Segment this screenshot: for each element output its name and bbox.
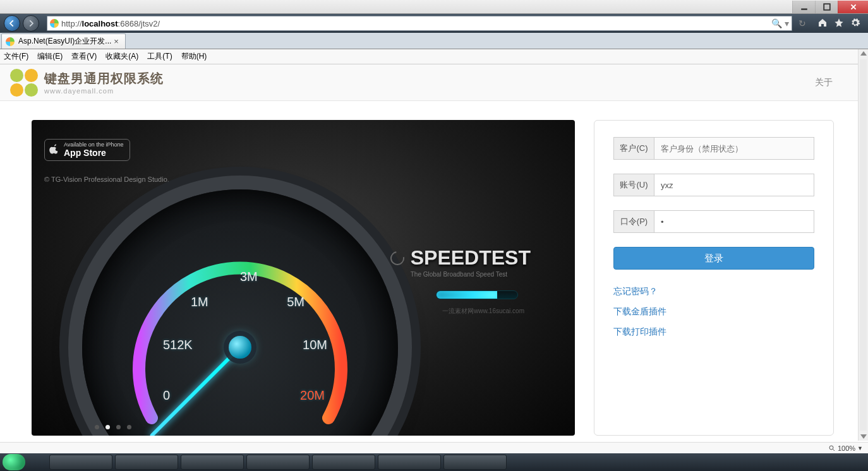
taskbar-item[interactable]: [312, 455, 375, 470]
address-bar[interactable]: http://localhost:6868/jtsv2/ 🔍 ▾: [47, 16, 792, 31]
browser-navbar: http://localhost:6868/jtsv2/ 🔍 ▾ ↻: [0, 14, 868, 33]
zoom-value: 100%: [838, 444, 855, 452]
taskbar-item[interactable]: [115, 455, 178, 470]
url-text: http://localhost:6868/jtsv2/: [61, 19, 160, 28]
about-link[interactable]: 关于: [815, 77, 858, 88]
taskbar-item[interactable]: [181, 455, 244, 470]
favorites-icon[interactable]: [834, 18, 844, 30]
zoom-icon: [828, 444, 836, 452]
password-label: 口令(P): [613, 210, 654, 233]
browser-menubar: 文件(F) 编辑(E) 查看(V) 收藏夹(A) 工具(T) 帮助(H): [0, 49, 868, 64]
back-button[interactable]: [4, 15, 20, 32]
speedtest-subtitle: The Global Broadband Speed Test: [411, 271, 531, 278]
status-bar: 100% ▼: [0, 442, 868, 453]
gauge-tick-0: 0: [163, 388, 170, 403]
menu-view[interactable]: 查看(V): [71, 51, 97, 62]
appstore-badge[interactable]: Available on the iPhone App Store: [44, 139, 130, 161]
site-logo-icon: [10, 69, 38, 97]
forgot-password-link[interactable]: 忘记密码？: [613, 286, 814, 297]
window-minimize-button[interactable]: [792, 1, 815, 13]
site-subtitle: www.dayemall.com: [44, 87, 164, 95]
gauge-tick-20m: 20M: [300, 388, 325, 403]
menu-edit[interactable]: 编辑(E): [37, 51, 63, 62]
tab-title: Asp.Net(EasyUI)企业开发...: [18, 36, 111, 47]
speed-gauge: 0 512K 1M 3M 5M 10M 20M: [82, 189, 398, 436]
settings-icon[interactable]: [850, 18, 860, 30]
page-header: 键盘男通用权限系统 www.dayemall.com 关于: [0, 64, 868, 101]
window-close-button[interactable]: [838, 1, 868, 13]
gauge-tick-1m: 1M: [191, 295, 208, 309]
password-input[interactable]: [654, 210, 814, 233]
forward-button[interactable]: [23, 15, 39, 32]
taskbar-item[interactable]: [49, 455, 112, 470]
login-button[interactable]: 登录: [613, 247, 814, 270]
customer-input: [654, 137, 814, 160]
customer-label: 客户(C): [613, 137, 654, 160]
taskbar[interactable]: [0, 453, 868, 471]
tab-favicon: [6, 37, 15, 46]
menu-file[interactable]: 文件(F): [4, 51, 28, 62]
taskbar-item[interactable]: [443, 455, 507, 470]
appstore-title: App Store: [64, 148, 123, 158]
page-scrollbar[interactable]: [858, 49, 868, 441]
refresh-button[interactable]: ↻: [799, 18, 806, 28]
browser-tab[interactable]: Asp.Net(EasyUI)企业开发... ×: [1, 33, 126, 49]
main-content: Available on the iPhone App Store © TG-V…: [0, 101, 868, 455]
window-titlebar: [0, 0, 868, 14]
banner-copyright: © TG-Vision Professional Design Studio.: [44, 176, 169, 183]
banner-carousel[interactable]: Available on the iPhone App Store © TG-V…: [32, 120, 575, 436]
gauge-tick-5m: 5M: [287, 295, 304, 309]
login-panel: 客户(C) 账号(U) 口令(P) 登录 忘记密码？ 下载金盾插件 下载打印插件: [594, 120, 834, 436]
window-maximize-button[interactable]: [815, 1, 838, 13]
gauge-tick-3m: 3M: [240, 270, 258, 284]
menu-tools[interactable]: 工具(T): [147, 51, 172, 62]
taskbar-item[interactable]: [378, 455, 441, 470]
speedtest-title: SPEEDTEST: [411, 246, 531, 270]
download-print-plugin-link[interactable]: 下载打印插件: [613, 326, 814, 338]
account-input[interactable]: [654, 174, 814, 196]
site-title: 键盘男通用权限系统: [44, 70, 164, 87]
svg-point-2: [829, 446, 833, 450]
home-icon[interactable]: [817, 18, 828, 30]
url-favicon: [50, 19, 59, 28]
svg-rect-1: [824, 4, 830, 10]
start-button[interactable]: [3, 454, 25, 470]
speedtest-progress: [436, 290, 518, 299]
carousel-dots[interactable]: [95, 425, 131, 429]
banner-watermark: 一流素材网www.16sucai.com: [442, 307, 524, 316]
menu-help[interactable]: 帮助(H): [181, 51, 207, 62]
tab-strip: Asp.Net(EasyUI)企业开发... ×: [0, 33, 868, 49]
menu-fav[interactable]: 收藏夹(A): [105, 51, 138, 62]
speedtest-label: SPEEDTEST The Global Broadband Speed Tes…: [411, 246, 531, 278]
download-shield-plugin-link[interactable]: 下载金盾插件: [613, 306, 814, 318]
search-icon[interactable]: 🔍 ▾: [771, 18, 789, 28]
gauge-tick-512k: 512K: [163, 338, 193, 352]
taskbar-item[interactable]: [246, 455, 310, 470]
account-label: 账号(U): [613, 174, 654, 196]
gauge-tick-10m: 10M: [303, 338, 327, 352]
zoom-control[interactable]: 100% ▼: [828, 444, 863, 452]
tab-close-button[interactable]: ×: [111, 37, 121, 46]
svg-rect-0: [801, 8, 807, 9]
